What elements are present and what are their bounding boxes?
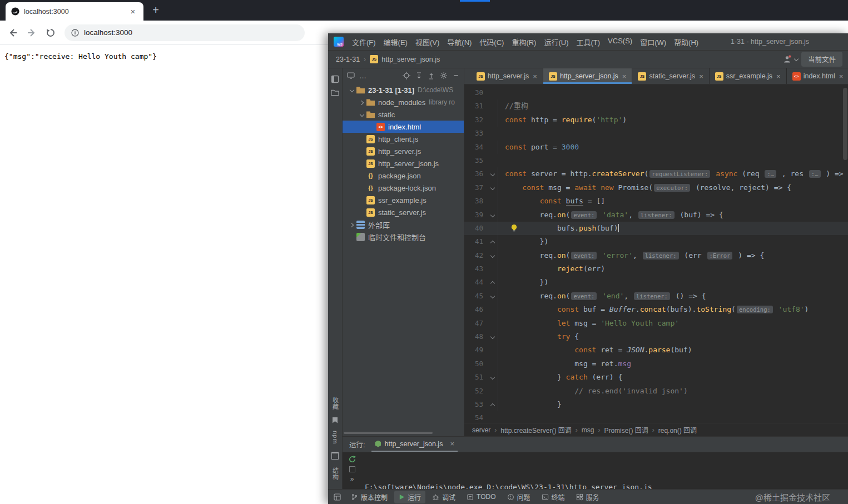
line-number[interactable]: 33 (464, 127, 483, 140)
line-number[interactable]: 35 (464, 154, 483, 167)
editor-tab[interactable]: index.html× (787, 68, 848, 84)
editor-scrollbar[interactable] (843, 88, 847, 160)
tree-item[interactable]: 23-1-31 [1-31]D:\code\WS (343, 84, 464, 96)
structure-stripe-label[interactable]: 结构 (331, 467, 340, 481)
line-number[interactable]: 52 (464, 385, 483, 398)
line-number[interactable]: 40 (464, 222, 483, 235)
user-icon[interactable] (783, 55, 791, 63)
line-number[interactable]: 49 (464, 343, 483, 357)
code-line[interactable]: 31//重构 (464, 99, 848, 113)
menu-item[interactable]: 代码(C) (475, 35, 508, 49)
code-line[interactable]: 40 bufs.push(buf) (464, 222, 848, 235)
menu-item[interactable]: 视图(V) (411, 35, 443, 49)
menu-item[interactable]: 文件(F) (348, 35, 380, 49)
tab-close-icon[interactable]: × (839, 72, 844, 81)
line-number[interactable]: 32 (464, 113, 483, 127)
tab-close-icon[interactable]: × (533, 72, 537, 81)
fold-icon[interactable] (483, 235, 498, 248)
code-line[interactable]: 35 (464, 154, 848, 167)
editor-tab[interactable]: ssr_example.js× (710, 68, 787, 84)
fold-icon[interactable] (483, 167, 498, 181)
console-output[interactable]: F:\software\Nodejs\node.exe D:\code\WS\2… (361, 452, 656, 489)
forward-button[interactable] (23, 24, 40, 41)
breadcrumb-item[interactable]: Promise() 回调 (604, 425, 648, 435)
status-debug[interactable]: 调试 (428, 491, 460, 503)
fold-icon[interactable] (483, 276, 498, 289)
line-number[interactable]: 38 (464, 194, 483, 208)
code-line[interactable]: 38 const bufs = [] (464, 194, 848, 208)
intention-bulb-icon[interactable] (510, 224, 518, 232)
close-icon[interactable]: × (450, 440, 454, 448)
tree-item[interactable]: node_moduleslibrary ro (343, 96, 464, 108)
fold-icon[interactable] (483, 398, 498, 411)
back-button[interactable] (4, 24, 21, 41)
status-vcs[interactable]: 版本控制 (346, 491, 392, 503)
code-line[interactable]: 47 let msg = 'Hello Youth camp' (464, 317, 848, 330)
fold-icon[interactable] (483, 208, 498, 222)
line-number[interactable]: 36 (464, 167, 483, 181)
chevron-icon[interactable] (348, 218, 356, 231)
run-config-selector[interactable]: 当前文件 (801, 52, 842, 67)
code-line[interactable]: 44 }) (464, 276, 848, 289)
fold-icon[interactable] (483, 181, 498, 194)
status-run[interactable]: 运行 (394, 491, 425, 503)
code-line[interactable]: 45 req.on(event: 'end', listener: () => … (464, 290, 848, 303)
project-view-icon[interactable] (347, 72, 355, 79)
code-line[interactable]: 49 const ret = JSON.parse(buf) (464, 343, 848, 357)
collapse-all-icon[interactable] (428, 72, 435, 79)
line-number[interactable]: 37 (464, 181, 483, 194)
line-number[interactable]: 43 (464, 262, 483, 276)
menu-item[interactable]: 帮助(H) (670, 35, 702, 49)
code-line[interactable]: 48 try { (464, 330, 848, 343)
line-number[interactable]: 45 (464, 290, 483, 303)
new-tab-button[interactable]: + (149, 4, 162, 17)
code-line[interactable]: 46 const buf = Buffer.concat(bufs).toStr… (464, 303, 848, 316)
code-line[interactable]: 33 (464, 127, 848, 140)
project-tool-icon[interactable] (331, 75, 339, 83)
code-line[interactable]: 52 // res.end('invalid json') (464, 385, 848, 398)
code-line[interactable]: 41 }) (464, 235, 848, 248)
tree-item[interactable]: static (343, 108, 464, 121)
tree-item[interactable]: package-lock.json (343, 182, 464, 194)
fold-icon[interactable] (483, 290, 498, 303)
reload-button[interactable] (42, 24, 59, 41)
project-header-more[interactable]: … (359, 72, 366, 80)
info-icon[interactable] (71, 29, 79, 37)
tree-item[interactable]: 外部库 (343, 218, 464, 231)
tab-close-icon[interactable]: × (776, 72, 781, 81)
settings-gear-icon[interactable] (440, 72, 448, 79)
breadcrumb-project[interactable]: 23-1-31 (336, 56, 360, 63)
editor[interactable]: 3031//重构32const http = require('http')33… (464, 84, 848, 423)
line-number[interactable]: 31 (464, 99, 483, 113)
line-number[interactable]: 41 (464, 235, 483, 248)
breadcrumb-file[interactable]: http_server_json.js (381, 56, 440, 63)
line-number[interactable]: 30 (464, 86, 483, 99)
browser-tab[interactable]: localhost:3000 × (6, 2, 143, 21)
code-line[interactable]: 54 (464, 411, 848, 423)
breadcrumb-item[interactable]: req.on() 回调 (658, 425, 697, 435)
webstorm-logo-icon[interactable]: WS (334, 37, 344, 47)
expand-all-icon[interactable] (415, 72, 423, 79)
menu-item[interactable]: VCS(S) (604, 35, 636, 49)
tree-item[interactable]: http_server_json.js (343, 157, 464, 169)
tool-window-icon[interactable] (331, 452, 339, 460)
line-number[interactable]: 39 (464, 208, 483, 222)
status-terminal[interactable]: 终端 (537, 491, 569, 503)
line-number[interactable]: 42 (464, 249, 483, 262)
code-line[interactable]: 34const port = 3000 (464, 141, 848, 154)
menu-item[interactable]: 重构(R) (508, 35, 540, 49)
run-tab[interactable]: http_server_json.js × (371, 437, 458, 452)
tree-item[interactable]: static_server.js (343, 206, 464, 218)
more-actions-button[interactable]: » (350, 475, 354, 483)
code-line[interactable]: 43 reject(err) (464, 262, 848, 276)
tree-item[interactable]: package.json (343, 169, 464, 182)
tab-close-icon[interactable]: × (622, 72, 627, 81)
horizontal-scrollbar[interactable] (344, 432, 433, 434)
fold-icon[interactable] (483, 371, 498, 384)
chevron-down-icon[interactable] (794, 56, 799, 61)
editor-tab[interactable]: http_server_json.js× (543, 68, 633, 84)
line-number[interactable]: 50 (464, 357, 483, 371)
code-line[interactable]: 42 req.on(event: 'error', listener: (err… (464, 249, 848, 262)
code-line[interactable]: 51 } catch (err) { (464, 371, 848, 384)
chevron-icon[interactable] (348, 84, 356, 96)
